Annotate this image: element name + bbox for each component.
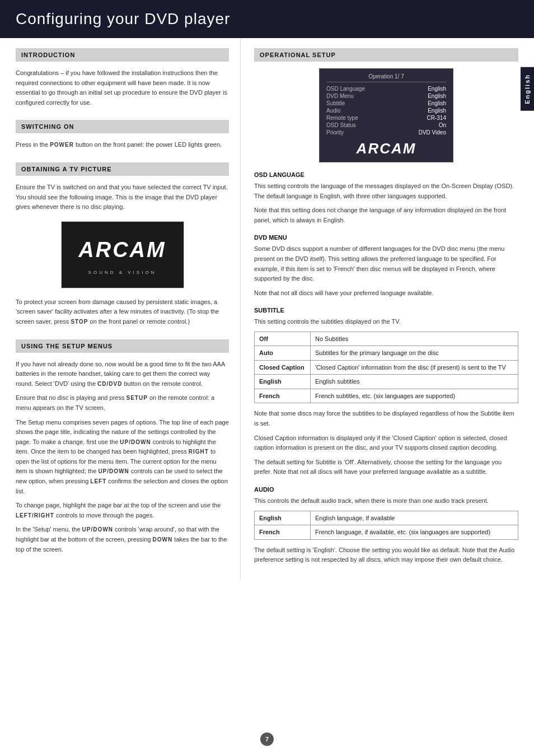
power-bold: POWER [50, 142, 74, 148]
osd-label-osd-status: OSD Status [326, 122, 356, 128]
subtitle-para3: Closed Caption information is displayed … [254, 433, 518, 453]
audio-para2: The default setting is 'English'. Choose… [254, 545, 518, 565]
table-row: Closed Caption'Closed Caption' informati… [255, 360, 518, 375]
table-cell-desc: Subtitles for the primary language on th… [311, 346, 518, 361]
side-language-tab: English [521, 67, 534, 111]
osd-title: Operation 1/ 7 [326, 73, 446, 82]
osd-row-osd-status: OSD Status On [326, 122, 446, 128]
osd-value-remote-type: CR-314 [427, 115, 446, 121]
leftright-bold: LEFT/RIGHT [16, 512, 54, 519]
page-title: Configuring your DVD player [0, 0, 534, 38]
subtitle-table: OffNo SubtitlesAutoSubtitles for the pri… [254, 332, 518, 404]
osd-label-osd-language: OSD Language [326, 86, 365, 92]
table-cell-option: Off [255, 332, 311, 346]
audio-table: EnglishEnglish language, if availableFre… [254, 511, 518, 540]
table-row: EnglishEnglish subtitles [255, 375, 518, 389]
table-row: FrenchFrench language, if available, etc… [255, 525, 518, 540]
subtitle-para4: The default setting for Subtitle is 'Off… [254, 458, 518, 477]
table-cell-desc: No Subtitles [311, 332, 518, 346]
osd-value-subtitle: English [428, 100, 446, 106]
setup-para2a: Ensure that no disc is playing and press [16, 394, 127, 401]
subtitle-para2: Note that some discs may force the subti… [254, 409, 518, 428]
osd-label-audio: Audio [326, 108, 341, 114]
table-row: FrenchFrench subtitles, etc. (six langua… [255, 389, 518, 403]
osd-value-audio: English [428, 108, 446, 114]
osd-language-para2: Note that this setting does not change t… [254, 206, 518, 225]
dvd-menu-para1: Some DVD discs support a number of diffe… [254, 244, 518, 283]
table-cell-option: English [255, 375, 311, 389]
left-column: INTRODUCTION Congratulations – if you ha… [0, 38, 241, 580]
switching-on-header: SWITCHING ON [16, 120, 229, 133]
table-row: OffNo Subtitles [255, 332, 518, 346]
table-row: AutoSubtitles for the primary language o… [255, 346, 518, 361]
osd-label-subtitle: Subtitle [326, 100, 345, 106]
dvd-menu-para2: Note that not all discs will have your p… [254, 288, 518, 298]
osd-row-audio: Audio English [326, 108, 446, 114]
switching-on-text1: Press in the [16, 141, 50, 148]
osd-box: Operation 1/ 7 OSD Language English DVD … [319, 68, 453, 162]
updown-bold1: UP/DOWN [120, 439, 151, 445]
osd-language-title: OSD LANGUAGE [254, 171, 518, 178]
osd-row-subtitle: Subtitle English [326, 100, 446, 106]
osd-language-para1: This setting controls the language of th… [254, 181, 518, 201]
osd-row-remote-type: Remote type CR-314 [326, 115, 446, 121]
osd-row-dvd-menu: DVD Menu English [326, 93, 446, 99]
osd-box-wrapper: Operation 1/ 7 OSD Language English DVD … [254, 68, 518, 162]
osd-label-priority: Priority [326, 129, 344, 136]
table-cell-desc: French subtitles, etc. (six languages ar… [311, 389, 518, 403]
setup-para4b: controls to move through the pages. [54, 512, 154, 519]
setup-para4a: To change page, highlight the page bar a… [16, 502, 221, 508]
table-cell-desc: English language, if available [311, 511, 518, 525]
right-bold: RIGHT [189, 449, 209, 455]
cddvd-bold: CD/DVD [97, 381, 122, 387]
arcam-logo: ARCAM [78, 233, 166, 267]
osd-arcam-brand: ARCAM [326, 140, 446, 157]
table-cell-option: French [255, 389, 311, 403]
screensaver-text2: on the front panel or remote control.) [88, 318, 190, 325]
operational-setup-header: OPERATIONAL SETUP [254, 48, 518, 62]
dvd-menu-title: DVD MENU [254, 234, 518, 241]
table-cell-desc: French language, if available, etc. (six… [311, 525, 518, 540]
switching-on-body: Press in the POWER button on the front p… [16, 140, 229, 150]
osd-label-remote-type: Remote type [326, 115, 358, 121]
osd-value-osd-language: English [428, 86, 446, 92]
table-cell-option: Closed Caption [255, 360, 311, 375]
table-cell-desc: 'Closed Caption' information from the di… [311, 360, 518, 375]
table-cell-desc: English subtitles [311, 375, 518, 389]
osd-row-osd-language: OSD Language English [326, 86, 446, 92]
page-number: 7 [260, 732, 274, 746]
right-column: OPERATIONAL SETUP Operation 1/ 7 OSD Lan… [241, 38, 534, 580]
arcam-image: ARCAM SOUND & VISION [61, 221, 184, 288]
introduction-body: Congratulations – if you have followed t… [16, 68, 229, 108]
table-cell-option: Auto [255, 346, 311, 361]
stop-bold: STOP [71, 319, 88, 325]
osd-value-dvd-menu: English [428, 93, 446, 99]
arcam-tagline: SOUND & VISION [88, 269, 157, 277]
osd-label-dvd-menu: DVD Menu [326, 93, 354, 99]
table-cell-option: French [255, 525, 311, 540]
obtaining-tv-header: OBTAINING A TV PICTURE [16, 162, 229, 176]
setup-menus-header: USING THE SETUP MENUS [16, 339, 229, 353]
table-cell-option: English [255, 511, 311, 525]
updown-bold2: UP/DOWN [98, 468, 129, 474]
audio-para1: This controls the default audio track, w… [254, 496, 518, 506]
down-bold: DOWN [153, 536, 173, 543]
osd-value-priority: DVD Video [419, 129, 446, 136]
subtitle-title: SUBTITLE [254, 307, 518, 314]
obtaining-tv-body: Ensure the TV is switched on and that yo… [16, 183, 229, 327]
audio-title: AUDIO [254, 486, 518, 493]
setup-para1b: button on the remote control. [122, 380, 203, 387]
left-bold: LEFT [90, 478, 106, 484]
osd-value-osd-status: On [439, 122, 446, 128]
introduction-header: INTRODUCTION [16, 48, 229, 62]
setup-bold: SETUP [127, 395, 148, 401]
updown-bold3: UP/DOWN [82, 526, 113, 533]
setup-para5a: In the 'Setup' menu, the [16, 526, 82, 533]
switching-on-text2: button on the front panel: the power LED… [74, 141, 222, 148]
setup-menus-body: If you have not already done so, now wou… [16, 360, 229, 555]
osd-row-priority: Priority DVD Video [326, 129, 446, 136]
table-row: EnglishEnglish language, if available [255, 511, 518, 525]
subtitle-para1: This setting controls the subtitles disp… [254, 317, 518, 327]
